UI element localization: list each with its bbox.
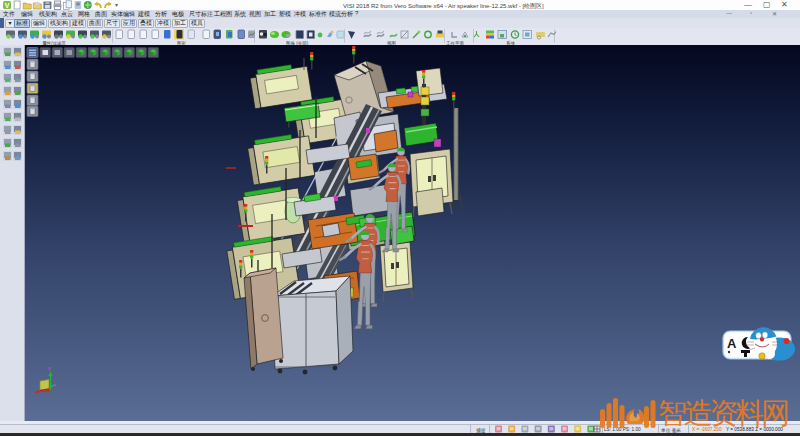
svg-text:Y: Y: [48, 366, 52, 372]
svg-text:A: A: [727, 336, 737, 351]
svg-text:V: V: [5, 2, 10, 9]
svg-text:▾: ▾: [115, 2, 118, 8]
svg-text:智造资料网: 智造资料网: [658, 397, 790, 429]
